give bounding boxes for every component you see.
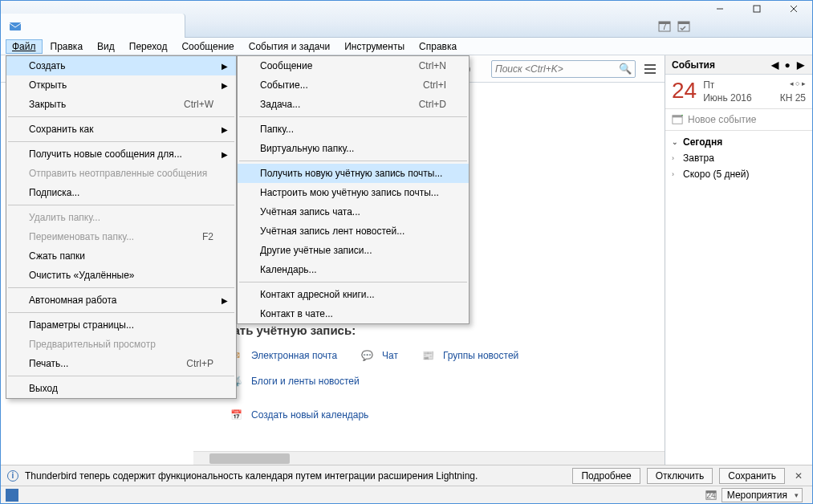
file-menu-print[interactable]: Печать...Ctrl+P	[6, 354, 236, 373]
week-number: КН 25	[780, 92, 806, 104]
file-menu-exit[interactable]: Выход	[6, 379, 236, 398]
create-folder[interactable]: Папку...	[238, 120, 469, 139]
file-menu-delete-folder: Удалить папку...	[6, 208, 236, 227]
calendar-day-icon[interactable]: 7	[656, 18, 673, 35]
file-menu-popup: Создать▶ Открыть▶ ЗакрытьCtrl+W Сохранит…	[6, 55, 237, 399]
menu-events-tasks[interactable]: События и задачи	[242, 39, 336, 54]
events-list: ⌄Сегодня ›Завтра ›Скоро (5 дней)	[665, 131, 812, 185]
minimize-button[interactable]	[701, 1, 738, 17]
file-menu-compact[interactable]: Сжать папки	[6, 246, 236, 266]
file-menu-send-unsent: Отправить неотправленные сообщения	[6, 164, 236, 183]
svg-rect-5	[678, 22, 689, 24]
notification-bar: i Thunderbird теперь содержит функционал…	[1, 465, 812, 486]
file-menu-empty-trash[interactable]: Очистить «Удалённые»	[6, 266, 236, 285]
file-menu-close[interactable]: ЗакрытьCtrl+W	[6, 95, 236, 114]
menu-view[interactable]: Вид	[91, 39, 121, 54]
menu-file[interactable]: Файл	[6, 39, 43, 54]
create-chat-account[interactable]: Учётная запись чата...	[238, 202, 469, 222]
link-new-calendar[interactable]: Создать новый календарь	[251, 409, 368, 421]
create-feed-account[interactable]: Учётная запись лент новостей...	[238, 222, 469, 241]
svg-rect-7	[754, 6, 760, 12]
events-next[interactable]: ▶	[795, 59, 806, 71]
save-button[interactable]: Сохранить	[719, 468, 785, 484]
day-of-week: Пт	[703, 79, 714, 91]
menu-go[interactable]: Переход	[123, 39, 174, 54]
svg-text:7: 7	[662, 21, 668, 32]
active-tab-bg	[1, 14, 185, 38]
events-today-group[interactable]: ⌄Сегодня	[670, 134, 807, 150]
svg-text:+: +	[681, 114, 683, 120]
svg-text:24: 24	[706, 490, 716, 499]
create-chat-contact[interactable]: Контакт в чате...	[238, 304, 469, 323]
calendar-toolbar-icons: 7	[656, 18, 692, 35]
day-number: 24	[672, 79, 697, 102]
info-icon: i	[7, 470, 18, 482]
create-event[interactable]: Событие...Ctrl+I	[238, 75, 469, 95]
create-task[interactable]: Задача...Ctrl+D	[238, 95, 469, 114]
horizontal-scrollbar[interactable]	[193, 451, 665, 465]
create-ab-contact[interactable]: Контакт адресной книги...	[238, 285, 469, 304]
chat-icon: 💬	[360, 348, 374, 363]
file-menu-rename-folder: Переименовать папку...F2	[6, 227, 236, 246]
menu-message[interactable]: Сообщение	[175, 39, 240, 54]
scrollbar-thumb[interactable]	[209, 453, 290, 464]
menu-edit[interactable]: Правка	[44, 39, 90, 54]
events-tomorrow-group[interactable]: ›Завтра	[670, 150, 807, 166]
new-event-icon: +	[672, 114, 683, 125]
calendar-icon: 📅	[229, 408, 243, 422]
app-icon	[9, 20, 22, 33]
search-input[interactable]	[495, 63, 619, 75]
tasks-icon[interactable]	[676, 18, 692, 35]
hamburger-button[interactable]	[642, 61, 658, 77]
events-sidebar: События ◀ ● ▶ 24 Пт ◂ ○ ▸ Июнь 2016 КН 2…	[665, 55, 812, 465]
events-today[interactable]: ●	[782, 59, 793, 71]
close-button[interactable]	[775, 1, 812, 17]
search-icon[interactable]: 🔍	[619, 63, 632, 75]
create-account-header: дать учётную запись:	[226, 323, 653, 337]
file-menu-open[interactable]: Открыть▶	[6, 75, 236, 95]
new-event-input[interactable]: + Новое событие	[665, 109, 812, 131]
events-prev[interactable]: ◀	[769, 59, 780, 71]
link-feeds[interactable]: Блоги и ленты новостей	[251, 376, 360, 387]
create-other-accounts[interactable]: Другие учётные записи...	[238, 241, 469, 260]
events-soon-group[interactable]: ›Скоро (5 дней)	[670, 166, 807, 182]
new-event-label: Новое событие	[688, 114, 756, 125]
newsgroups-icon: 📰	[421, 348, 435, 363]
window-controls	[701, 1, 812, 17]
file-menu-save-as[interactable]: Сохранить как▶	[6, 120, 236, 139]
menu-tools[interactable]: Инструменты	[338, 39, 411, 54]
window-titlebar: 7	[1, 1, 812, 38]
file-menu-preview: Предварительный просмотр	[6, 335, 236, 354]
date-display: 24 Пт ◂ ○ ▸ Июнь 2016 КН 25	[665, 75, 812, 109]
file-menu-subscribe[interactable]: Подписка...	[6, 183, 236, 202]
link-email[interactable]: Электронная почта	[251, 350, 337, 361]
maximize-button[interactable]	[738, 1, 775, 17]
file-menu-page-setup[interactable]: Параметры страницы...	[6, 315, 236, 335]
link-chat[interactable]: Чат	[382, 350, 398, 361]
menubar: Файл Правка Вид Переход Сообщение Событи…	[1, 38, 812, 55]
notification-close[interactable]: ✕	[791, 470, 806, 482]
file-menu-offline[interactable]: Автономная работа▶	[6, 291, 236, 310]
svg-rect-0	[10, 22, 21, 30]
create-get-mail-account[interactable]: Получить новую учётную запись почты...	[238, 164, 469, 183]
events-header: События ◀ ● ▶	[665, 55, 812, 75]
create-virtual-folder[interactable]: Виртуальную папку...	[238, 139, 469, 158]
file-menu-get-new[interactable]: Получить новые сообщения для...▶	[6, 144, 236, 164]
menu-help[interactable]: Справка	[413, 39, 463, 54]
calendar-status-icon[interactable]: 24	[705, 490, 717, 501]
create-calendar[interactable]: Календарь...	[238, 260, 469, 279]
link-newsgroups[interactable]: Группы новостей	[443, 350, 518, 361]
notification-text: Thunderbird теперь содержит функциональн…	[25, 470, 566, 482]
create-setup-mail[interactable]: Настроить мою учётную запись почты...	[238, 183, 469, 202]
search-box[interactable]: 🔍	[491, 60, 636, 78]
disable-button[interactable]: Отключить	[647, 468, 713, 484]
events-title: События	[672, 59, 715, 71]
file-menu-create[interactable]: Создать▶	[6, 56, 236, 75]
create-submenu-popup: СообщениеCtrl+N Событие...Ctrl+I Задача.…	[237, 55, 470, 324]
more-button[interactable]: Подробнее	[572, 468, 640, 484]
status-bar: 24 Мероприятия	[1, 486, 812, 503]
events-dropdown[interactable]: Мероприятия	[722, 488, 803, 502]
online-status-icon[interactable]	[6, 489, 18, 502]
create-message[interactable]: СообщениеCtrl+N	[238, 56, 469, 75]
month-year: Июнь 2016	[703, 92, 752, 104]
